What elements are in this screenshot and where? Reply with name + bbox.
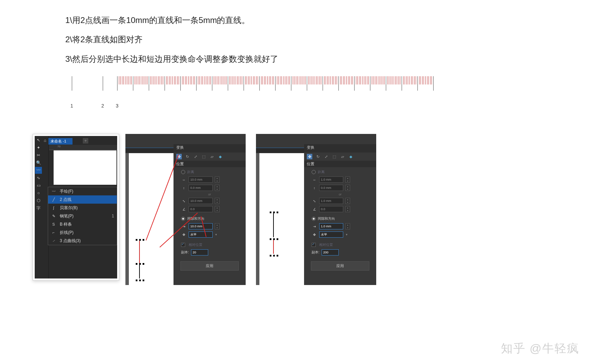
zoom-tool-icon[interactable]: 🔍 — [35, 159, 42, 166]
radio-distance-p3[interactable] — [312, 170, 316, 174]
radio-distance[interactable] — [181, 170, 185, 174]
angle-input-p3[interactable]: 0.0 — [319, 206, 343, 212]
h-distance-input-p3[interactable]: 1.0 mm — [319, 177, 343, 183]
v-distance-icon: ↕ — [181, 186, 187, 190]
relative-checkbox[interactable] — [181, 243, 185, 247]
ruler-label-2: 2 — [101, 103, 104, 109]
two-point-icon: ╱ — [51, 197, 56, 202]
or-separator-p3: or — [307, 192, 373, 197]
transform-3d-icon[interactable]: ◆ — [217, 154, 223, 159]
new-tab-button[interactable]: + — [83, 138, 88, 144]
copies-input-p3[interactable]: 200 — [322, 249, 339, 255]
docker-title-p3: 变换 — [304, 144, 376, 152]
pen-icon: ✎ — [51, 214, 56, 218]
radio-gap-direction[interactable] — [181, 217, 185, 221]
rectangle-tool-icon[interactable]: ▭ — [35, 182, 42, 189]
ruler-illustration: 1 2 3 — [67, 76, 445, 97]
len-spinner[interactable]: ▲▼ — [215, 198, 220, 204]
gap-icon: ⇥ — [181, 225, 187, 228]
transform-scale-icon-p3[interactable]: ⤢ — [323, 154, 329, 159]
p2-ruler — [125, 148, 174, 153]
v-spinner-p3[interactable]: ▲▼ — [345, 185, 350, 191]
label-distance-p3: 距离 — [318, 170, 325, 174]
flyout-bezier[interactable]: ∫ 贝塞尔(B) — [48, 204, 117, 212]
ellipse-tool-icon[interactable]: ○ — [35, 190, 42, 196]
ang-spinner-p3[interactable]: ▲▼ — [345, 206, 350, 212]
length-icon-p3: ⤡ — [312, 199, 317, 203]
sample-line-10mm — [139, 241, 140, 265]
sample-line-10mm-p3 — [273, 213, 274, 237]
flyout-two-point-line[interactable]: ╱ 2 点线 — [48, 195, 117, 204]
p2-canvas[interactable] — [125, 153, 174, 285]
direction-select[interactable]: 水平 — [189, 231, 213, 238]
direction-select-p3[interactable]: 水平 — [319, 231, 343, 238]
gap-input-p3[interactable]: 1.0 mm — [319, 223, 343, 229]
h-distance-input[interactable]: 10.0 mm — [189, 177, 213, 183]
copies-input[interactable]: 20 — [191, 249, 208, 255]
copies-label-p3: 副本: — [312, 250, 320, 255]
gap-input[interactable]: 10.0 mm — [189, 223, 213, 229]
freehand-tool-icon[interactable]: 〰 — [35, 167, 42, 174]
v-distance-input-p3[interactable]: 0.0 mm — [319, 185, 343, 191]
direction-icon: ✥ — [181, 233, 187, 237]
relative-checkbox-p3[interactable] — [312, 243, 316, 247]
transform-skew-icon[interactable]: ▱ — [209, 154, 215, 159]
canvas-area[interactable] — [54, 150, 116, 185]
flyout-three-point-curve[interactable]: ⟋ 3 点曲线(3) — [48, 237, 117, 245]
transform-rotate-icon-p3[interactable]: ↻ — [315, 154, 321, 159]
h-spinner-p3[interactable]: ▲▼ — [345, 177, 350, 183]
p3-canvas[interactable] — [256, 153, 304, 285]
line-tool-flyout: 〰 手绘(F) ╱ 2 点线 ∫ 贝塞尔(B) ✎ 钢笔(P) 1 S B 样条… — [48, 187, 117, 245]
three-point-icon: ⟋ — [51, 239, 56, 243]
home-icon[interactable]: ⌂ — [42, 138, 48, 143]
apply-button-p3[interactable]: 应用 — [311, 261, 369, 271]
transform-size-icon-p3[interactable]: ⬚ — [332, 154, 337, 159]
transform-docker-p3: 变换 ✥ ↻ ⤢ ⬚ ▱ ◆ 位置 距离 ↔1.0 mm▲▼ ↕0.0 mm▲▼… — [304, 144, 376, 285]
radio-gap-direction-p3[interactable] — [312, 217, 316, 221]
crop-tool-icon[interactable]: ✂ — [35, 152, 42, 159]
flyout-bspline[interactable]: S B 样条 — [48, 220, 117, 228]
section-position: 位置 — [174, 161, 246, 167]
transform-position-icon-p3[interactable]: ✥ — [307, 154, 312, 159]
h-spinner[interactable]: ▲▼ — [215, 177, 220, 183]
gap-spinner-p3[interactable]: ▲▼ — [345, 223, 350, 229]
angle-input[interactable]: 0.0 — [189, 206, 213, 212]
instruction-2: 2\将2条直线如图对齐 — [65, 33, 593, 46]
flyout-freehand[interactable]: 〰 手绘(F) — [48, 187, 117, 195]
transform-rotate-icon[interactable]: ↻ — [184, 154, 190, 159]
gap-spinner[interactable]: ▲▼ — [215, 223, 220, 229]
artistic-tool-icon[interactable]: ∿ — [35, 174, 42, 181]
document-tab[interactable]: 未命名 -1 — [48, 138, 72, 145]
dropdown-icon[interactable]: ▼ — [215, 233, 217, 236]
sample-line-5mm — [139, 265, 140, 278]
flyout-three-point-label: 3 点曲线(3) — [60, 238, 81, 244]
transform-size-icon[interactable]: ⬚ — [201, 154, 206, 159]
screenshot-tool-menu: ↖ ✦ ✂ 🔍 〰 ∿ ▭ ○ ⬡ 字 ⌂ 未命名 -1 + 70 〰 手绘(F… — [33, 134, 119, 281]
apply-button[interactable]: 应用 — [180, 261, 239, 271]
polygon-tool-icon[interactable]: ⬡ — [35, 197, 42, 204]
text-tool-icon[interactable]: 字 — [35, 205, 42, 212]
len-spinner-p3[interactable]: ▲▼ — [345, 198, 350, 204]
freehand-icon: 〰 — [51, 189, 56, 193]
toolbar-column: ↖ ✦ ✂ 🔍 〰 ∿ ▭ ○ ⬡ 字 — [35, 136, 42, 278]
length-input[interactable]: 10.0 mm — [189, 198, 213, 204]
transform-3d-icon-p3[interactable]: ◆ — [348, 154, 354, 159]
flyout-polyline[interactable]: ⌐ 折线(P) — [48, 228, 117, 237]
v-distance-input[interactable]: 0.0 mm — [189, 185, 213, 191]
ang-spinner[interactable]: ▲▼ — [215, 206, 220, 212]
direction-icon-p3: ✥ — [312, 233, 317, 237]
transform-skew-icon-p3[interactable]: ▱ — [340, 154, 345, 159]
v-spinner[interactable]: ▲▼ — [215, 185, 220, 191]
transform-scale-icon[interactable]: ⤢ — [193, 154, 198, 159]
pick-tool-icon[interactable]: ↖ — [35, 137, 42, 144]
flyout-pen-label: 钢笔(P) — [60, 213, 74, 219]
transform-position-icon[interactable]: ✥ — [176, 154, 182, 159]
length-input-p3[interactable]: 1.0 mm — [319, 198, 343, 204]
shape-tool-icon[interactable]: ✦ — [35, 144, 42, 151]
section-position-p3: 位置 — [304, 161, 376, 167]
flyout-pen[interactable]: ✎ 钢笔(P) 1 — [48, 212, 117, 220]
instruction-1: 1\用2点线画一条10mm的直线和一条5mm的直线。 — [65, 14, 593, 27]
docker-title: 变换 — [174, 144, 246, 152]
screenshot-transform-panel-short: 变换 ✥ ↻ ⤢ ⬚ ▱ ◆ 位置 距离 ↔1.0 mm▲▼ ↕0.0 mm▲▼… — [256, 134, 376, 285]
dropdown-icon-p3[interactable]: ▼ — [345, 233, 348, 236]
